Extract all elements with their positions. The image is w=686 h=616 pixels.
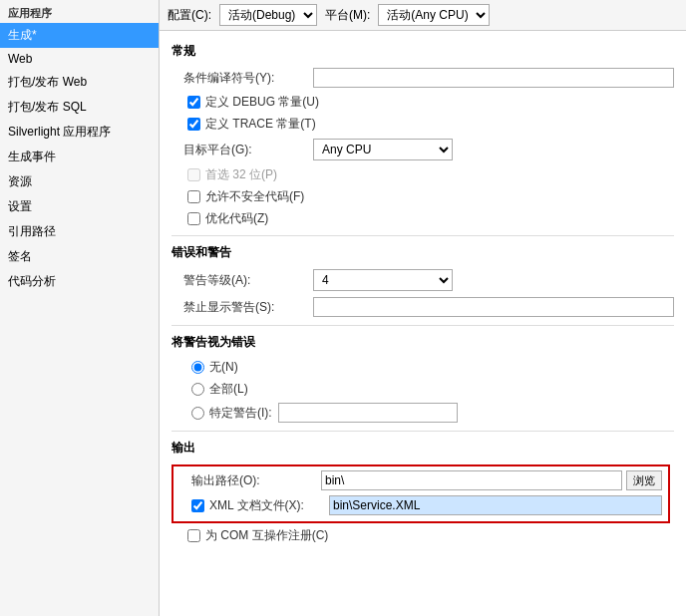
prefer32-label: 首选 32 位(P) [205, 166, 277, 183]
sidebar-item-settings[interactable]: 设置 [0, 194, 159, 219]
suppress-input[interactable] [313, 297, 674, 317]
optimize-row: 优化代码(Z) [172, 210, 674, 227]
sidebar-section-label: 应用程序 [0, 2, 159, 23]
conditional-symbols-input[interactable] [313, 68, 674, 88]
sidebar-item-publish-sql[interactable]: 打包/发布 SQL [0, 95, 159, 120]
define-debug-row: 定义 DEBUG 常量(U) [172, 94, 674, 111]
warn-level-label: 警告等级(A): [183, 272, 313, 289]
browse-button[interactable]: 浏览 [626, 470, 662, 490]
output-title: 输出 [172, 440, 674, 457]
config-label: 配置(C): [168, 7, 211, 24]
com-reg-checkbox[interactable] [187, 529, 200, 542]
output-path-row: 输出路径(O): 浏览 [179, 470, 662, 490]
xml-doc-input[interactable] [329, 495, 662, 515]
treat-warnings-title: 将警告视为错误 [172, 334, 674, 351]
main-area: 配置(C): 活动(Debug) Debug Release 平台(M): 活动… [160, 0, 686, 616]
sidebar-item-signing[interactable]: 签名 [0, 244, 159, 269]
target-platform-select[interactable]: Any CPU x86 x64 [313, 139, 453, 160]
com-reg-row: 为 COM 互操作注册(C) [172, 527, 674, 544]
define-debug-checkbox[interactable] [187, 96, 200, 109]
treat-warnings-section: 将警告视为错误 无(N) 全部(L) 特定警告(I): [172, 334, 674, 423]
top-bar: 配置(C): 活动(Debug) Debug Release 平台(M): 活动… [160, 0, 686, 31]
all-radio-row: 全部(L) [172, 381, 674, 398]
sidebar-item-code-analysis[interactable]: 代码分析 [0, 269, 159, 294]
sidebar: 应用程序 生成* Web 打包/发布 Web 打包/发布 SQL Silverl… [0, 0, 160, 616]
platform-select[interactable]: 活动(Any CPU) Any CPU x86 x64 [378, 4, 490, 26]
prefer32-row: 首选 32 位(P) [172, 166, 674, 183]
all-radio[interactable] [191, 383, 204, 396]
optimize-label: 优化代码(Z) [205, 210, 268, 227]
sidebar-item-silverlight[interactable]: Silverlight 应用程序 [0, 120, 159, 145]
sidebar-item-reference-paths[interactable]: 引用路径 [0, 219, 159, 244]
none-radio[interactable] [191, 361, 204, 374]
specific-label: 特定警告(I): [209, 405, 272, 422]
prefer32-checkbox[interactable] [187, 168, 200, 181]
define-trace-checkbox[interactable] [187, 118, 200, 131]
define-debug-label: 定义 DEBUG 常量(U) [205, 94, 319, 111]
specific-radio[interactable] [191, 407, 204, 420]
xml-doc-row: XML 文档文件(X): [179, 495, 662, 515]
target-platform-row: 目标平台(G): Any CPU x86 x64 [172, 139, 674, 160]
none-radio-row: 无(N) [172, 359, 674, 376]
output-path-input[interactable] [321, 470, 622, 490]
define-trace-label: 定义 TRACE 常量(T) [205, 116, 316, 133]
suppress-row: 禁止显示警告(S): [172, 297, 674, 317]
define-trace-row: 定义 TRACE 常量(T) [172, 116, 674, 133]
conditional-symbols-row: 条件编译符号(Y): [172, 68, 674, 88]
errors-title: 错误和警告 [172, 244, 674, 261]
warn-level-select[interactable]: 4 0 1 2 3 [313, 269, 453, 291]
platform-label: 平台(M): [325, 7, 370, 24]
xml-doc-checkbox[interactable] [191, 499, 204, 512]
general-title: 常规 [172, 43, 674, 60]
all-label: 全部(L) [209, 381, 248, 398]
sidebar-item-publish-web[interactable]: 打包/发布 Web [0, 70, 159, 95]
com-reg-label: 为 COM 互操作注册(C) [205, 527, 328, 544]
warn-level-row: 警告等级(A): 4 0 1 2 3 [172, 269, 674, 291]
output-path-label: 输出路径(O): [191, 472, 321, 489]
xml-doc-label: XML 文档文件(X): [209, 497, 329, 514]
conditional-symbols-label: 条件编译符号(Y): [183, 70, 313, 87]
specific-warnings-input[interactable] [278, 403, 458, 423]
output-section: 输出 输出路径(O): 浏览 XML 文档文件(X): [172, 440, 674, 544]
sidebar-item-build-events[interactable]: 生成事件 [0, 145, 159, 169]
target-platform-label: 目标平台(G): [183, 142, 313, 158]
sidebar-item-resources[interactable]: 资源 [0, 169, 159, 194]
general-section: 常规 条件编译符号(Y): 定义 DEBUG 常量(U) 定义 TRACE 常量… [172, 43, 674, 227]
none-label: 无(N) [209, 359, 238, 376]
allow-unsafe-checkbox[interactable] [187, 190, 200, 203]
errors-section: 错误和警告 警告等级(A): 4 0 1 2 3 禁止显示警告(S): [172, 244, 674, 317]
content-area: 常规 条件编译符号(Y): 定义 DEBUG 常量(U) 定义 TRACE 常量… [160, 31, 686, 616]
suppress-label: 禁止显示警告(S): [183, 299, 313, 316]
specific-radio-row: 特定警告(I): [172, 403, 674, 423]
optimize-checkbox[interactable] [187, 212, 200, 225]
sidebar-item-build[interactable]: 生成* [0, 23, 159, 48]
config-select[interactable]: 活动(Debug) Debug Release [219, 4, 317, 26]
allow-unsafe-row: 允许不安全代码(F) [172, 188, 674, 205]
sidebar-item-web[interactable]: Web [0, 48, 159, 70]
allow-unsafe-label: 允许不安全代码(F) [205, 188, 304, 205]
